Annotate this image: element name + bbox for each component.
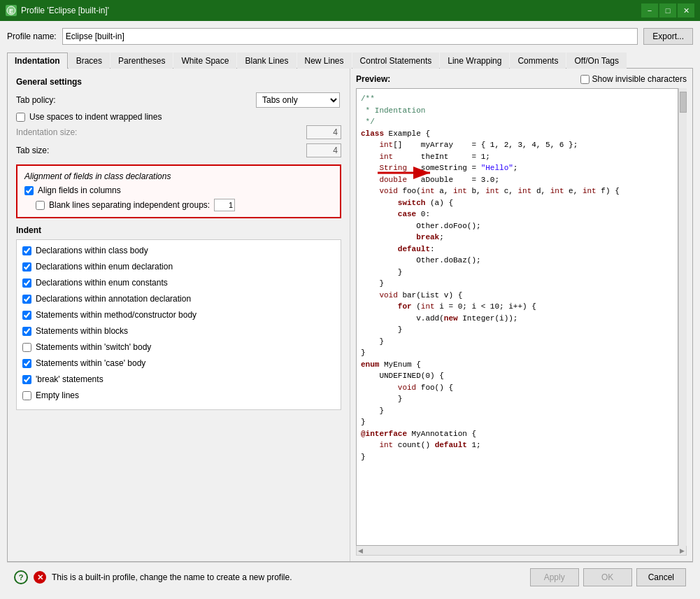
- svg-text:E: E: [9, 8, 13, 15]
- indent-label-9: Empty lines: [36, 390, 79, 400]
- indent-checkbox-9[interactable]: [22, 391, 31, 400]
- indent-checkbox-6[interactable]: [22, 343, 31, 352]
- code-line: enum MyEnum {: [361, 359, 673, 371]
- tab-blanklines[interactable]: Blank Lines: [237, 52, 296, 69]
- align-fields-checkbox[interactable]: [24, 186, 34, 195]
- help-icon[interactable]: ?: [14, 570, 28, 584]
- indent-label-1: Declarations within enum declaration: [36, 262, 173, 272]
- tab-comments[interactable]: Comments: [510, 52, 566, 69]
- indent-option-4: Statements within method/constructor bod…: [22, 310, 335, 320]
- use-spaces-checkbox[interactable]: [16, 113, 25, 122]
- tab-braces[interactable]: Braces: [69, 52, 110, 69]
- tab-whitespace[interactable]: White Space: [173, 52, 236, 69]
- bottom-right: Apply OK Cancel: [530, 568, 686, 586]
- tab-indentation[interactable]: Indentation: [7, 52, 68, 69]
- indent-option-9: Empty lines: [22, 390, 335, 400]
- tabs-row: Indentation Braces Parentheses White Spa…: [7, 52, 693, 69]
- title-bar: E Profile 'Eclipse [built-in]' − □ ✕: [0, 0, 700, 21]
- tab-size-row: Tab size:: [16, 143, 341, 157]
- show-invisible-label: Show invisible characters: [592, 74, 687, 84]
- show-invisible-row: Show invisible characters: [580, 74, 687, 84]
- blank-lines-checkbox[interactable]: [36, 201, 45, 210]
- tab-offtags[interactable]: Off/On Tags: [566, 52, 627, 69]
- preview-label: Preview:: [356, 74, 390, 84]
- blank-lines-label: Blank lines separating independent group…: [49, 200, 210, 210]
- code-line: */: [361, 116, 673, 128]
- indent-checkbox-0[interactable]: [22, 246, 31, 255]
- indent-option-8: 'break' statements: [22, 374, 335, 384]
- indent-section-title: Indent: [16, 225, 341, 235]
- code-line: v.add(new Integer(i));: [361, 313, 673, 325]
- left-panel: General settings Tab policy: Tabs only S…: [8, 69, 350, 561]
- code-line: void foo(int a, int b, int c, int d, int…: [361, 185, 673, 197]
- app-icon: E: [6, 5, 17, 16]
- tab-parentheses[interactable]: Parentheses: [110, 52, 173, 69]
- code-line: case 0:: [361, 209, 673, 220]
- vertical-scrollbar[interactable]: [678, 88, 687, 546]
- main-content: Profile name: Export... Indentation Brac…: [0, 21, 700, 599]
- close-button[interactable]: ✕: [678, 3, 694, 17]
- code-line: * Indentation: [361, 105, 673, 117]
- code-line: }: [361, 278, 673, 290]
- horizontal-scrollbar[interactable]: ◀ ▶: [356, 546, 687, 556]
- indent-checkbox-3[interactable]: [22, 295, 31, 304]
- blank-lines-row: Blank lines separating independent group…: [36, 199, 333, 211]
- indent-checkbox-5[interactable]: [22, 327, 31, 336]
- code-line: }: [361, 347, 673, 359]
- indent-option-2: Declarations within enum constants: [22, 278, 335, 288]
- code-line: class Example {: [361, 128, 673, 140]
- bottom-bar: ? ✕ This is a built-in profile, change t…: [7, 562, 693, 592]
- window-controls: − □ ✕: [641, 3, 694, 17]
- code-line: for (int i = 0; i < 10; i++) {: [361, 301, 673, 313]
- indent-option-5: Statements within blocks: [22, 326, 335, 336]
- code-preview-container: /** * Indentation */ class Example { int…: [356, 88, 687, 546]
- code-line: @interface MyAnnotation {: [361, 428, 673, 440]
- code-line: default:: [361, 244, 673, 255]
- indent-checkbox-7[interactable]: [22, 359, 31, 368]
- tab-linewrapping[interactable]: Line Wrapping: [440, 52, 509, 69]
- profile-name-input[interactable]: [62, 28, 638, 45]
- indent-options: Declarations within class body Declarati…: [16, 239, 341, 410]
- alignment-group-title: Alignment of fields in class declaration…: [24, 171, 333, 181]
- indent-checkbox-8[interactable]: [22, 375, 31, 384]
- indent-label-8: 'break' statements: [36, 374, 103, 384]
- indent-label-0: Declarations within class body: [36, 246, 148, 255]
- indent-checkbox-2[interactable]: [22, 279, 31, 288]
- code-line: UNDEFINED(0) {: [361, 370, 673, 382]
- tab-newlines[interactable]: New Lines: [297, 52, 352, 69]
- indentation-size-input[interactable]: [306, 125, 341, 139]
- indent-option-7: Statements within 'case' body: [22, 358, 335, 368]
- indentation-size-label: Indentation size:: [16, 127, 306, 137]
- tab-controlstatements[interactable]: Control Statements: [352, 52, 440, 69]
- code-line: }: [361, 336, 673, 348]
- alignment-group: Alignment of fields in class declaration…: [16, 164, 341, 218]
- code-line: }: [361, 324, 673, 336]
- export-button[interactable]: Export...: [643, 28, 693, 45]
- indent-checkbox-1[interactable]: [22, 262, 31, 272]
- indent-option-0: Declarations within class body: [22, 246, 335, 255]
- tab-size-label: Tab size:: [16, 146, 306, 155]
- ok-button[interactable]: OK: [583, 568, 632, 586]
- scroll-thumb[interactable]: [680, 92, 687, 113]
- blank-lines-input[interactable]: [214, 199, 235, 211]
- indent-label-4: Statements within method/constructor bod…: [36, 310, 197, 320]
- indent-checkbox-4[interactable]: [22, 311, 31, 320]
- code-line: }: [361, 451, 673, 463]
- tab-policy-row: Tab policy: Tabs only Spaces only Mixed …: [16, 92, 341, 108]
- align-fields-label: Align fields in columns: [38, 185, 121, 195]
- tab-policy-select[interactable]: Tabs only Spaces only Mixed Use default …: [256, 92, 340, 108]
- indent-label-5: Statements within blocks: [36, 326, 128, 336]
- apply-button[interactable]: Apply: [530, 568, 579, 586]
- indent-label-2: Declarations within enum constants: [36, 278, 168, 288]
- minimize-button[interactable]: −: [641, 3, 658, 17]
- indent-option-1: Declarations within enum declaration: [22, 262, 335, 272]
- tab-size-input[interactable]: [306, 143, 341, 157]
- show-invisible-checkbox[interactable]: [580, 75, 590, 84]
- code-line: /**: [361, 93, 673, 105]
- hscroll-right: ▶: [680, 547, 685, 554]
- maximize-button[interactable]: □: [659, 3, 676, 17]
- code-preview[interactable]: /** * Indentation */ class Example { int…: [356, 88, 678, 546]
- code-line: break;: [361, 232, 673, 244]
- cancel-button[interactable]: Cancel: [636, 568, 686, 586]
- code-line: }: [361, 393, 673, 405]
